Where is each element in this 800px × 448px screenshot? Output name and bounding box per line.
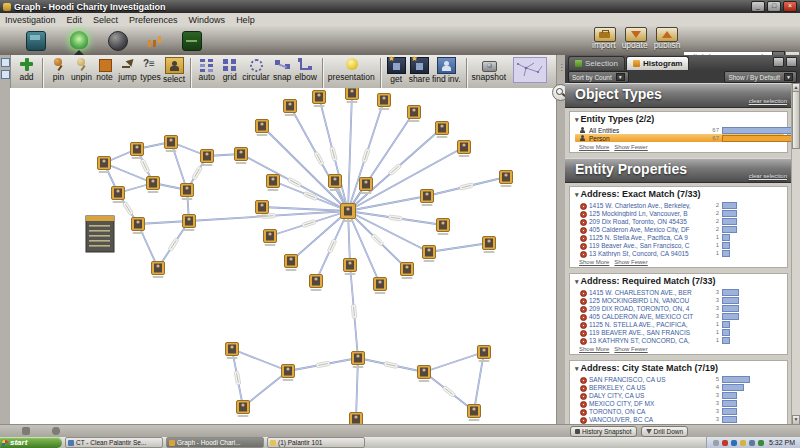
- tab-selection[interactable]: Selection: [568, 56, 625, 70]
- histogram-row[interactable]: MEXICO CITY, DF MX3: [575, 399, 784, 407]
- graph-node[interactable]: [483, 237, 496, 254]
- graph-node[interactable]: [421, 190, 434, 207]
- types-button[interactable]: types: [140, 57, 161, 82]
- histogram-row[interactable]: 1415 W. CHARLESTON AVE., BER3: [575, 288, 784, 296]
- drill-down-button[interactable]: Drill Down: [641, 426, 689, 437]
- pin-button[interactable]: pin: [48, 57, 69, 82]
- graph-node[interactable]: [282, 365, 295, 382]
- mode-chart-button[interactable]: [146, 31, 164, 49]
- publish-button[interactable]: [656, 27, 678, 42]
- share-button[interactable]: share: [409, 57, 430, 84]
- show-more-link[interactable]: Show More: [579, 259, 609, 265]
- histogram-row[interactable]: 209 DIX ROAD, TORONTO, ON, 43: [575, 304, 784, 312]
- graph-node[interactable]: [401, 263, 414, 280]
- tray-icon[interactable]: [713, 440, 719, 446]
- graph-node[interactable]: [437, 219, 450, 236]
- menu-item-select[interactable]: Select: [93, 15, 118, 25]
- histogram-row[interactable]: Person67: [575, 134, 784, 142]
- graph-node[interactable]: [313, 91, 326, 108]
- taskbar-task-1-palantir-101[interactable]: (1) Palantir 101: [267, 437, 365, 448]
- panel-scrollbar[interactable]: ▲ ▼: [791, 83, 800, 425]
- scrollbar-thumb[interactable]: [792, 91, 800, 149]
- graph-node[interactable]: [468, 405, 481, 422]
- graph-node[interactable]: [310, 275, 323, 292]
- histogram-row[interactable]: 1125 N. STELLA AVE., PACIFICA,1: [575, 320, 784, 328]
- graph-node[interactable]: [256, 120, 269, 137]
- show-more-link[interactable]: Show More: [579, 144, 609, 150]
- panel-minimize-button[interactable]: [773, 57, 784, 67]
- histogram-row[interactable]: VANCOUVER, BC CA3: [575, 415, 784, 423]
- graph-node[interactable]: [374, 278, 387, 295]
- graph-node[interactable]: [147, 177, 160, 194]
- left-tool-icon[interactable]: [1, 58, 10, 67]
- mode-globe-button[interactable]: [108, 31, 126, 49]
- taskbar-task-ct-clean-palantir-se[interactable]: CT - Clean Palantir Se...: [65, 437, 163, 448]
- maximize-button[interactable]: □: [767, 1, 781, 12]
- snap-button[interactable]: snap: [272, 57, 293, 82]
- histogram-row[interactable]: 125 Mockingbird Ln, Vancouver, B2: [575, 209, 784, 217]
- menu-item-preferences[interactable]: Preferences: [129, 15, 178, 25]
- show-fewer-link[interactable]: Show Fewer: [614, 144, 647, 150]
- menu-item-edit[interactable]: Edit: [67, 15, 83, 25]
- histogram-row[interactable]: All Entities67: [575, 126, 784, 134]
- graph-node[interactable]: [152, 262, 165, 279]
- start-button[interactable]: start: [0, 437, 62, 448]
- graph-node[interactable]: [237, 401, 250, 418]
- menu-item-help[interactable]: Help: [236, 15, 255, 25]
- jump-button[interactable]: jump: [117, 57, 138, 82]
- unpin-button[interactable]: unpin: [71, 57, 92, 82]
- graph-node[interactable]: [98, 157, 111, 174]
- tray-icon[interactable]: [722, 440, 728, 446]
- mode-graph-button[interactable]: [70, 31, 88, 49]
- panel-close-button[interactable]: [786, 57, 797, 67]
- graph-node[interactable]: [131, 143, 144, 160]
- histogram-row[interactable]: 13 Kathryn St, Concord, CA 940151: [575, 249, 784, 257]
- graph-node[interactable]: [458, 141, 471, 158]
- histogram-row[interactable]: 405 CALDERON AVE, MEXICO CIT3: [575, 312, 784, 320]
- histogram-row[interactable]: TORONTO, ON CA3: [575, 407, 784, 415]
- graph-node[interactable]: [378, 94, 391, 111]
- histogram-row[interactable]: 1415 W. Charleston Ave., Berkeley,2: [575, 201, 784, 209]
- histogram-row[interactable]: 209 Dix Road, Toronto, ON 454352: [575, 217, 784, 225]
- status-tool-icon[interactable]: [22, 427, 30, 435]
- tray-icon[interactable]: [758, 440, 764, 446]
- left-tool-icon[interactable]: [1, 70, 10, 79]
- tray-icon[interactable]: [740, 440, 746, 446]
- show-mode-dropdown[interactable]: Show / By Default ▼: [724, 71, 797, 83]
- add-button[interactable]: add: [16, 57, 37, 82]
- mode-browser-button[interactable]: [26, 31, 44, 49]
- menu-item-investigation[interactable]: Investigation: [5, 15, 56, 25]
- tab-histogram[interactable]: Histogram: [626, 56, 690, 70]
- show-fewer-link[interactable]: Show Fewer: [614, 346, 647, 352]
- graph-node[interactable]: [235, 148, 248, 165]
- clear-selection-link[interactable]: clear selection: [749, 98, 787, 104]
- select-button[interactable]: select: [163, 57, 185, 84]
- elbow-button[interactable]: elbow: [295, 57, 317, 82]
- histogram-row[interactable]: 119 BEAVER AVE., SAN FRANCIS1: [575, 328, 784, 336]
- presentation-button[interactable]: presentation: [328, 57, 375, 82]
- show-fewer-link[interactable]: Show Fewer: [614, 259, 647, 265]
- histogram-row[interactable]: 13 KATHRYN ST, CONCORD, CA,1: [575, 336, 784, 344]
- graph-node[interactable]: [436, 122, 449, 139]
- histogram-row[interactable]: 405 Calderon Ave, Mexico City, DF2: [575, 225, 784, 233]
- get-button[interactable]: get: [386, 57, 407, 84]
- tray-icon[interactable]: [749, 440, 755, 446]
- import-button[interactable]: [594, 27, 616, 42]
- histogram-row[interactable]: SAN FRANCISCO, CA US5: [575, 375, 784, 383]
- note-button[interactable]: note: [94, 57, 115, 82]
- auto-button[interactable]: auto: [196, 57, 217, 82]
- history-snapshot-button[interactable]: History Snapshot: [570, 426, 637, 437]
- mode-spreadsheet-button[interactable]: [182, 31, 200, 49]
- grid-button[interactable]: grid: [219, 57, 240, 82]
- graph-node[interactable]: [226, 343, 239, 360]
- status-tool-icon[interactable]: [52, 427, 60, 435]
- minimize-button[interactable]: _: [751, 1, 765, 12]
- collapse-triangle-icon[interactable]: ▾: [575, 116, 579, 123]
- circular-button[interactable]: circular: [242, 57, 269, 82]
- histogram-row[interactable]: BERKELEY, CA US4: [575, 383, 784, 391]
- update-button[interactable]: [625, 27, 647, 42]
- graph-node[interactable]: [418, 366, 431, 383]
- close-button[interactable]: ×: [783, 1, 797, 12]
- collapse-triangle-icon[interactable]: ▾: [575, 278, 579, 285]
- menu-item-windows[interactable]: Windows: [189, 15, 226, 25]
